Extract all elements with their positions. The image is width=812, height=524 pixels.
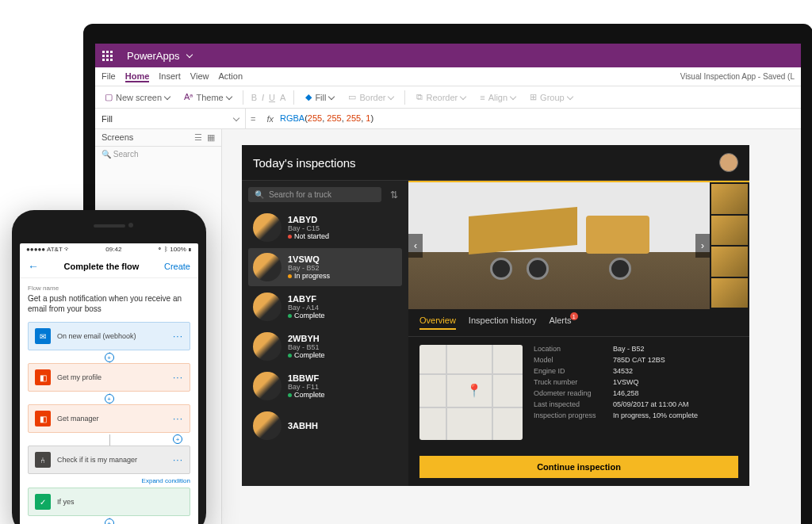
phone-status-bar: ●●●●● AT&T ᯤ 09:42 ⚬ ᛒ 100% ▮ (20, 243, 198, 255)
detail-panel: ‹ › (408, 181, 749, 486)
truck-thumb (253, 332, 282, 361)
ribbon-toolbar: ▢ New screen Aᵃ Theme B I U A ◆ Fill (95, 86, 801, 109)
underline-icon[interactable]: U (269, 93, 275, 102)
canvas-area: Today's inspections 🔍 Search for a truck (222, 129, 801, 524)
tab-history[interactable]: Inspection history (469, 316, 537, 330)
office-icon: ◧ (35, 411, 51, 426)
save-status: Visual Inspection App - Saved (L (680, 72, 795, 81)
fx-label: fx (260, 114, 280, 124)
truck-thumb (253, 253, 282, 281)
detail-tabs: Overview Inspection history Alerts 1 (408, 309, 749, 337)
list-view-icon[interactable]: ☰ (194, 132, 202, 143)
phone-title: Complete the flow (64, 262, 140, 271)
screens-search[interactable]: 🔍 Search (95, 147, 221, 162)
thumbnail[interactable] (711, 247, 748, 277)
fill-button[interactable]: ◆ Fill (302, 90, 337, 104)
alerts-badge: 1 (570, 312, 578, 320)
align-button[interactable]: ≡Align (477, 91, 519, 104)
font-color-icon[interactable]: A (280, 93, 285, 102)
outlook-icon: ✉ (35, 328, 51, 344)
truck-thumb (253, 293, 282, 321)
details-grid: LocationBay - B52 Model785D CAT 12BS Eng… (534, 345, 738, 448)
bold-icon[interactable]: B (251, 93, 257, 102)
thumbnail[interactable] (711, 216, 748, 246)
truck-item[interactable]: 1ABYF Bay - A14 Complete (248, 288, 402, 326)
user-avatar[interactable] (719, 153, 738, 172)
tab-home[interactable]: Home (125, 71, 150, 82)
truck-search[interactable]: 🔍 Search for a truck (248, 187, 381, 202)
new-screen-button[interactable]: ▢ New screen (102, 90, 173, 104)
main-truck-image: ‹ › (408, 182, 710, 309)
more-icon[interactable]: ··· (173, 331, 183, 342)
add-step-icon[interactable]: + (173, 434, 182, 444)
truck-item[interactable]: 1VSWQ Bay - B52 In progress (248, 248, 402, 286)
branch-icon: ⑃ (35, 452, 51, 468)
add-step-icon[interactable]: + (105, 518, 114, 524)
tab-insert[interactable]: Insert (159, 71, 181, 82)
image-gallery: ‹ › (408, 182, 749, 309)
truck-item[interactable]: 1BBWF Bay - F11 Complete (248, 367, 402, 405)
property-selector[interactable]: Fill (95, 109, 246, 128)
thumbnail[interactable] (711, 278, 748, 308)
location-map[interactable]: 📍 (419, 345, 523, 440)
grid-view-icon[interactable]: ▦ (207, 132, 215, 143)
tab-action[interactable]: Action (218, 71, 243, 82)
app-brand: PowerApps (127, 50, 179, 62)
group-button[interactable]: ⊞Group (527, 90, 576, 104)
tab-view[interactable]: View (190, 71, 209, 82)
border-button[interactable]: ▭Border (345, 90, 396, 104)
truck-item[interactable]: 3ABHH (248, 407, 402, 445)
truck-thumb (253, 372, 282, 400)
formula-bar: Fill = fx RGBA(255, 255, 255, 1) (95, 109, 801, 129)
add-step-icon[interactable]: + (105, 353, 114, 362)
flow-name-label: Flow name (28, 285, 190, 292)
italic-icon[interactable]: I (262, 93, 264, 102)
waffle-icon[interactable] (95, 44, 119, 67)
flow-editor: Flow name Get a push notification when y… (20, 278, 198, 524)
check-icon: ✓ (35, 494, 51, 510)
back-icon[interactable]: ← (28, 260, 39, 273)
sort-button[interactable]: ⇅ (386, 187, 402, 202)
truck-item[interactable]: 1ABYD Bay - C15 Not started (248, 208, 402, 247)
tab-alerts[interactable]: Alerts 1 (549, 316, 571, 330)
phone-screen: ●●●●● AT&T ᯤ 09:42 ⚬ ᛒ 100% ▮ ← Complete… (20, 243, 198, 524)
flow-step-branch[interactable]: ✓ If yes (28, 488, 190, 516)
prev-image-icon[interactable]: ‹ (408, 234, 423, 258)
truck-list: 🔍 Search for a truck ⇅ 1ABYD Bay - C15 (242, 181, 408, 486)
tab-overview[interactable]: Overview (419, 316, 456, 330)
expand-condition-link[interactable]: Expand condition (28, 477, 190, 484)
flow-step-trigger[interactable]: ✉ On new email (webhook) ··· (28, 322, 190, 350)
search-icon: 🔍 (255, 190, 264, 199)
thumbnail[interactable] (711, 184, 748, 214)
app-title: Today's inspections (253, 156, 356, 170)
more-icon[interactable]: ··· (173, 413, 183, 424)
screens-header: Screens ☰ ▦ (95, 129, 221, 147)
brand-dropdown-icon[interactable] (187, 52, 192, 60)
flow-step-action[interactable]: ◧ Get manager ··· (28, 404, 190, 433)
map-pin-icon: 📍 (466, 383, 482, 398)
more-icon[interactable]: ··· (173, 372, 183, 383)
tab-file[interactable]: File (102, 71, 116, 82)
truck-thumb (253, 411, 282, 440)
theme-button[interactable]: Aᵃ Theme (181, 90, 235, 104)
phone-nav-header: ← Complete the flow Create (20, 255, 198, 278)
app-header: Today's inspections (242, 145, 749, 181)
create-button[interactable]: Create (164, 262, 190, 271)
continue-button[interactable]: Continue inspection (419, 456, 738, 478)
text-format-group: B I U A (251, 93, 286, 102)
flow-name-value: Get a push notification when you receive… (28, 293, 190, 314)
app-canvas: Today's inspections 🔍 Search for a truck (242, 145, 749, 486)
next-image-icon[interactable]: › (695, 234, 710, 258)
flow-step-condition[interactable]: ⑃ Check if it is my manager ··· (28, 446, 190, 474)
add-step-icon[interactable]: + (105, 394, 114, 404)
more-icon[interactable]: ··· (173, 454, 183, 465)
ribbon-tabs: File Home Insert View Action Visual Insp… (95, 67, 801, 86)
truck-item[interactable]: 2WBYH Bay - B51 Complete (248, 327, 402, 365)
powerapps-header: PowerApps (95, 44, 801, 67)
phone-frame: ●●●●● AT&T ᯤ 09:42 ⚬ ᛒ 100% ▮ ← Complete… (12, 210, 206, 524)
formula-input[interactable]: RGBA(255, 255, 255, 1) (280, 113, 373, 124)
office-icon: ◧ (35, 369, 51, 385)
flow-step-action[interactable]: ◧ Get my profile ··· (28, 363, 190, 392)
reorder-button[interactable]: ⧉Reorder (413, 90, 469, 104)
truck-thumb (253, 213, 282, 242)
